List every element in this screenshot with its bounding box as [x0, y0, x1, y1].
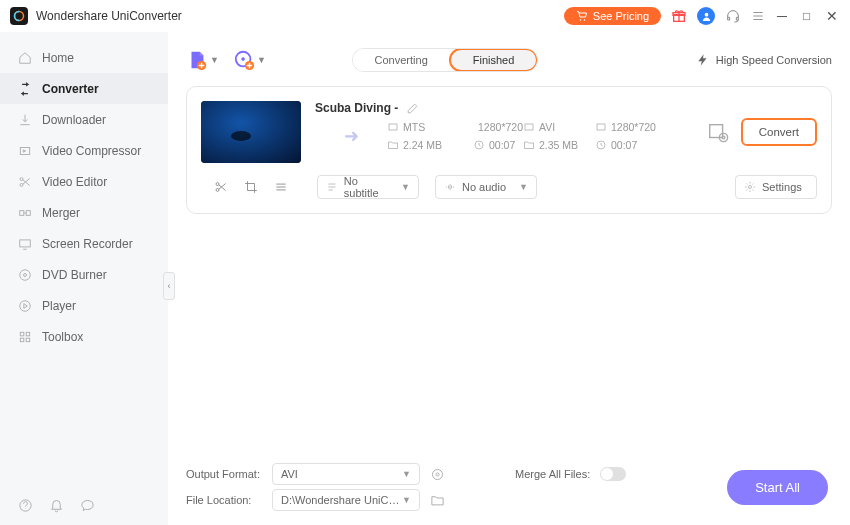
sidebar-item-home[interactable]: Home: [0, 42, 168, 73]
dst-format: AVI: [539, 121, 555, 133]
convert-button[interactable]: Convert: [741, 118, 817, 146]
resolution-icon: [473, 121, 474, 133]
svg-rect-27: [473, 127, 474, 128]
sidebar-item-label: Toolbox: [42, 330, 83, 344]
sidebar-item-merger[interactable]: Merger: [0, 197, 168, 228]
merge-label: Merge All Files:: [515, 468, 590, 480]
tab-finished[interactable]: Finished: [449, 48, 539, 72]
output-format-select[interactable]: AVI ▼: [272, 463, 420, 485]
trim-icon[interactable]: [214, 180, 228, 194]
svg-rect-13: [20, 239, 31, 246]
start-all-button[interactable]: Start All: [727, 470, 828, 505]
file-location-select[interactable]: D:\Wondershare UniConverter 1 ▼: [272, 489, 420, 511]
add-disc-button[interactable]: ▼: [233, 49, 266, 71]
settings-button[interactable]: Settings: [735, 175, 817, 199]
audio-value: No audio: [462, 181, 506, 193]
sidebar-item-player[interactable]: Player: [0, 290, 168, 321]
sidebar-item-label: Video Compressor: [42, 144, 141, 158]
close-button[interactable]: ✕: [824, 8, 840, 24]
sidebar-item-editor[interactable]: Video Editor: [0, 166, 168, 197]
sidebar-item-converter[interactable]: Converter: [0, 73, 168, 104]
disc-icon: [18, 268, 32, 282]
svg-point-24: [241, 57, 245, 61]
maximize-button[interactable]: [799, 11, 814, 22]
src-size: 2.24 MB: [403, 139, 442, 151]
file-title: Scuba Diving -: [315, 101, 398, 115]
main-panel: ▼ ▼ Converting Finished High Speed Conve…: [168, 32, 850, 525]
format-icon: [523, 121, 535, 133]
gear-icon: [744, 181, 756, 193]
svg-point-39: [436, 472, 439, 475]
sidebar-item-recorder[interactable]: Screen Recorder: [0, 228, 168, 259]
titlebar: Wondershare UniConverter See Pricing ─ ✕: [0, 0, 850, 32]
dst-size: 2.35 MB: [539, 139, 578, 151]
subtitle-value: No subtitle: [344, 175, 395, 199]
svg-point-16: [20, 300, 31, 311]
dst-duration: 00:07: [611, 139, 637, 151]
svg-point-3: [584, 19, 586, 21]
sidebar-item-label: Downloader: [42, 113, 106, 127]
sidebar-item-dvd[interactable]: DVD Burner: [0, 259, 168, 290]
svg-rect-28: [525, 124, 533, 130]
sidebar-item-toolbox[interactable]: Toolbox: [0, 321, 168, 352]
settings-label: Settings: [762, 181, 802, 193]
edit-icon[interactable]: [406, 102, 419, 115]
high-speed-toggle[interactable]: High Speed Conversion: [696, 53, 832, 67]
output-settings-icon[interactable]: [707, 121, 729, 143]
bell-icon[interactable]: [49, 498, 64, 513]
svg-rect-17: [20, 332, 24, 336]
svg-point-6: [704, 12, 708, 16]
svg-point-14: [20, 269, 31, 280]
home-icon: [18, 51, 32, 65]
audio-icon: [444, 181, 456, 193]
minimize-button[interactable]: ─: [775, 8, 789, 24]
svg-rect-7: [803, 13, 809, 19]
sidebar-item-label: Video Editor: [42, 175, 107, 189]
subtitle-select[interactable]: No subtitle ▼: [317, 175, 419, 199]
svg-point-15: [24, 273, 27, 276]
user-avatar[interactable]: [697, 7, 715, 25]
format-icon: [387, 121, 399, 133]
gift-icon[interactable]: [671, 8, 687, 24]
see-pricing-button[interactable]: See Pricing: [564, 7, 661, 25]
sidebar-item-downloader[interactable]: Downloader: [0, 104, 168, 135]
app-title: Wondershare UniConverter: [36, 9, 564, 23]
help-icon[interactable]: [18, 498, 33, 513]
folder-icon: [523, 139, 535, 151]
download-icon: [18, 113, 32, 127]
arrow-icon: ➜: [315, 125, 387, 147]
feedback-icon[interactable]: [80, 498, 95, 513]
compressor-icon: [18, 144, 32, 158]
format-settings-icon[interactable]: [430, 467, 445, 482]
play-icon: [18, 299, 32, 313]
src-duration: 00:07: [489, 139, 515, 151]
more-icon[interactable]: [274, 180, 288, 194]
collapse-sidebar-button[interactable]: ‹: [163, 272, 175, 300]
svg-point-37: [749, 186, 752, 189]
video-thumbnail[interactable]: [201, 101, 301, 163]
svg-point-38: [433, 469, 443, 479]
svg-point-34: [722, 136, 725, 139]
grid-icon: [18, 330, 32, 344]
support-icon[interactable]: [725, 8, 741, 24]
merge-toggle[interactable]: [600, 467, 626, 481]
tab-converting[interactable]: Converting: [353, 49, 450, 71]
audio-select[interactable]: No audio ▼: [435, 175, 537, 199]
src-format: MTS: [403, 121, 425, 133]
menu-icon[interactable]: [751, 9, 765, 23]
sidebar-item-label: Home: [42, 51, 74, 65]
svg-rect-12: [26, 210, 30, 215]
add-file-button[interactable]: ▼: [186, 49, 219, 71]
file-location-value: D:\Wondershare UniConverter 1: [281, 494, 402, 506]
file-card: Scuba Diving - MTS 1280*720 ➜ AVI 1280*7…: [186, 86, 832, 214]
crop-icon[interactable]: [244, 180, 258, 194]
sidebar-item-label: Converter: [42, 82, 99, 96]
sidebar-item-label: Screen Recorder: [42, 237, 133, 251]
recorder-icon: [18, 237, 32, 251]
svg-rect-32: [709, 125, 722, 138]
svg-rect-19: [20, 338, 24, 342]
sidebar-item-compressor[interactable]: Video Compressor: [0, 135, 168, 166]
cart-icon: [576, 10, 588, 22]
open-folder-icon[interactable]: [430, 493, 445, 508]
svg-rect-11: [20, 210, 24, 215]
